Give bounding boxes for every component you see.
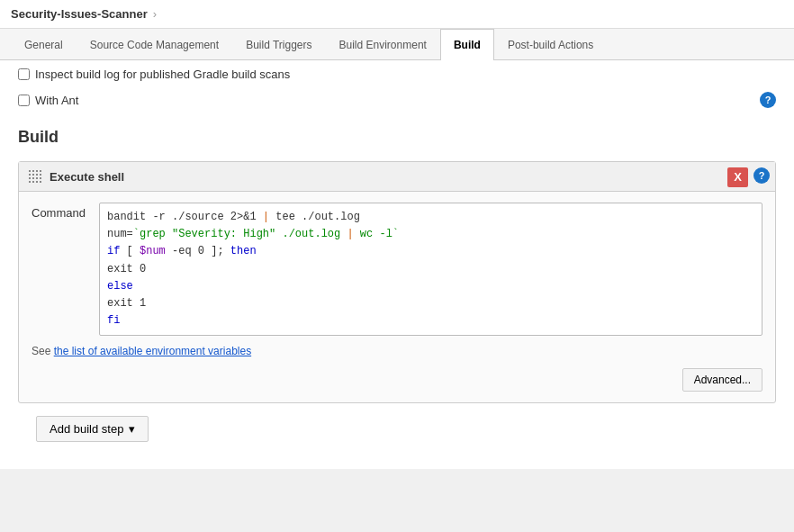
card-title: Execute shell: [50, 170, 124, 184]
tab-post-build[interactable]: Post-build Actions: [494, 29, 607, 60]
tab-build[interactable]: Build: [440, 29, 494, 60]
build-section: Build Execute shell X ? Command bandit -…: [0, 113, 794, 469]
build-title: Build: [18, 128, 776, 147]
gradle-label: Inspect build log for published Gradle b…: [35, 68, 290, 81]
gradle-checkbox[interactable]: [18, 68, 30, 80]
command-display[interactable]: bandit -r ./source 2>&1 | tee ./out.log …: [99, 203, 762, 336]
card-help-icon[interactable]: ?: [753, 167, 770, 184]
checkbox-row-gradle: Inspect build log for published Gradle b…: [0, 60, 794, 86]
tab-source-code[interactable]: Source Code Management: [77, 29, 232, 60]
command-row: Command bandit -r ./source 2>&1 | tee ./…: [32, 203, 762, 336]
card-header: Execute shell X ?: [19, 162, 775, 192]
advanced-row: Advanced...: [32, 368, 762, 392]
ant-checkbox[interactable]: [18, 95, 30, 106]
env-vars-link[interactable]: the list of available environment variab…: [54, 345, 251, 357]
project-name[interactable]: Security-Issues-Scanner: [11, 7, 148, 21]
advanced-button[interactable]: Advanced...: [682, 368, 762, 392]
drag-handle-icon[interactable]: [28, 169, 42, 184]
env-vars-prefix: See: [32, 345, 54, 357]
command-label: Command: [32, 203, 90, 220]
env-vars-row: See the list of available environment va…: [32, 345, 762, 357]
dropdown-icon: ▾: [129, 422, 135, 436]
execute-shell-card: Execute shell X ? Command bandit -r ./so…: [18, 161, 776, 403]
breadcrumb-bar: Security-Issues-Scanner ›: [0, 0, 794, 29]
tab-build-triggers[interactable]: Build Triggers: [232, 29, 325, 60]
tabs-bar: General Source Code Management Build Tri…: [0, 29, 794, 60]
delete-button[interactable]: X: [727, 167, 748, 187]
ant-label: With Ant: [35, 94, 78, 107]
main-content: Inspect build log for published Gradle b…: [0, 60, 794, 469]
tab-general[interactable]: General: [11, 29, 77, 60]
ant-help-icon[interactable]: ?: [760, 92, 776, 108]
add-build-step-button[interactable]: Add build step ▾: [36, 416, 149, 442]
tab-build-environment[interactable]: Build Environment: [326, 29, 440, 60]
add-build-step-row: Add build step ▾: [18, 403, 776, 455]
add-build-step-label: Add build step: [50, 422, 123, 436]
breadcrumb-chevron: ›: [153, 7, 157, 21]
checkbox-row-ant: With Ant ?: [0, 86, 794, 113]
card-body: Command bandit -r ./source 2>&1 | tee ./…: [19, 192, 775, 402]
